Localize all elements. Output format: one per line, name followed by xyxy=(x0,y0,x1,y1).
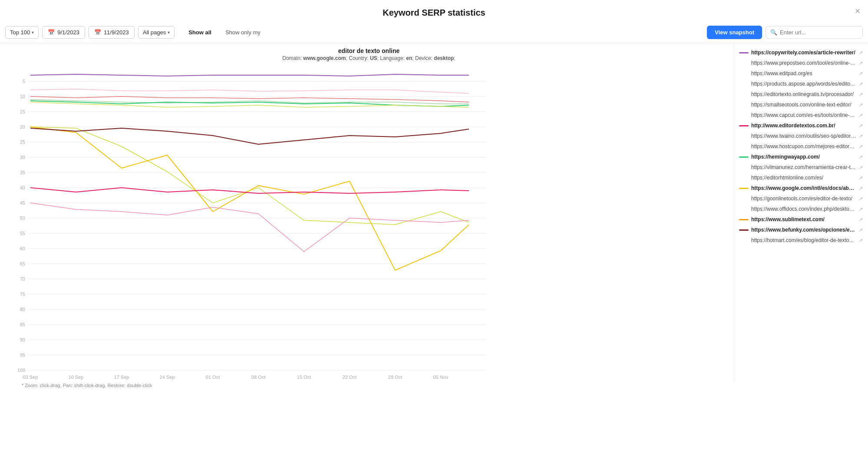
legend-color-line xyxy=(739,52,749,53)
legend-url-text: http://www.editordetextos.com.br/ xyxy=(751,123,856,129)
top100-dropdown[interactable]: Top 100 ▾ xyxy=(5,26,39,39)
legend-url-text: https://products.aspose.app/words/es/edi… xyxy=(751,81,856,87)
legend-item[interactable]: https://www.editpad.org/es↗ xyxy=(737,68,865,79)
legend-url-text: https://www.offidocs.com/index.php/deskt… xyxy=(751,206,856,212)
legend-url-text: https://hemingwayapp.com/ xyxy=(751,154,856,160)
legend-color-line xyxy=(739,167,749,168)
legend-color-line xyxy=(739,177,749,179)
svg-text:22 Oct: 22 Oct xyxy=(343,375,356,380)
close-button[interactable]: × xyxy=(855,6,860,16)
legend-item[interactable]: https://hotmart.com/es/blog/editor-de-te… xyxy=(737,235,865,245)
external-link-icon[interactable]: ↗ xyxy=(859,165,863,170)
legend-url-text: https://www.sublimetext.com/ xyxy=(751,216,856,222)
external-link-icon[interactable]: ↗ xyxy=(859,175,863,181)
svg-text:70: 70 xyxy=(20,276,25,282)
legend-color-line xyxy=(739,146,749,147)
legend-url-text: https://www.google.com/intl/es/docs/abou… xyxy=(751,185,856,191)
svg-text:15 Oct: 15 Oct xyxy=(297,375,311,380)
legend-item[interactable]: https://www.prepostseo.com/tool/es/onlin… xyxy=(737,58,865,68)
date-start-picker[interactable]: 📅 9/1/2023 xyxy=(42,26,85,39)
view-snapshot-button[interactable]: View snapshot xyxy=(707,26,762,39)
external-link-icon[interactable]: ↗ xyxy=(859,123,863,129)
external-link-icon[interactable]: ↗ xyxy=(859,113,863,118)
legend-item[interactable]: https://www.sublimetext.com/↗ xyxy=(737,214,865,225)
show-only-my-button[interactable]: Show only my xyxy=(218,27,267,38)
svg-text:08 Oct: 08 Oct xyxy=(251,375,265,380)
legend-color-line xyxy=(739,209,749,210)
svg-text:40: 40 xyxy=(20,185,25,190)
external-link-icon[interactable]: ↗ xyxy=(859,71,863,76)
show-all-button[interactable]: Show all xyxy=(182,27,218,38)
legend-url-text: https://hotmart.com/es/blog/editor-de-te… xyxy=(751,237,856,243)
chart-keyword: editor de texto online xyxy=(4,47,733,54)
svg-text:60: 60 xyxy=(20,246,25,251)
legend-item[interactable]: https://www.capcut.com/es-es/tools/onlin… xyxy=(737,110,865,120)
legend-url-text: https://www.twaino.com/outils/seo-sp/edi… xyxy=(751,133,856,139)
legend-color-line xyxy=(739,229,749,231)
chart-container: editor de texto online Domain: www.googl… xyxy=(0,43,733,388)
svg-text:24 Sep: 24 Sep xyxy=(160,375,175,380)
chevron-down-icon: ▾ xyxy=(32,30,34,35)
legend-item[interactable]: https://smallseotools.com/online-text-ed… xyxy=(737,99,865,110)
legend-color-line xyxy=(739,115,749,116)
legend-color-line xyxy=(739,125,749,126)
legend-item[interactable]: https://www.hostcupon.com/mejores-editor… xyxy=(737,141,865,152)
legend-color-line xyxy=(739,156,749,158)
legend-item[interactable]: https://products.aspose.app/words/es/edi… xyxy=(737,79,865,89)
legend-item[interactable]: https://vilmanunez.com/herramienta-crear… xyxy=(737,162,865,172)
external-link-icon[interactable]: ↗ xyxy=(859,60,863,66)
external-link-icon[interactable]: ↗ xyxy=(859,196,863,202)
external-link-icon[interactable]: ↗ xyxy=(859,50,863,56)
external-link-icon[interactable]: ↗ xyxy=(859,154,863,160)
legend-item[interactable]: https://www.befunky.com/es/opciones/edit… xyxy=(737,225,865,235)
legend-color-line xyxy=(739,104,749,106)
url-search-box: 🔍 xyxy=(766,26,863,39)
legend-item[interactable]: http://www.editordetextos.com.br/↗ xyxy=(737,120,865,131)
svg-text:01 Oct: 01 Oct xyxy=(206,375,220,380)
svg-text:75: 75 xyxy=(20,292,25,297)
calendar-icon: 📅 xyxy=(94,29,101,36)
serp-chart[interactable]: 5 10 15 20 25 30 35 40 45 xyxy=(4,64,495,381)
legend-item[interactable]: https://hemingwayapp.com/↗ xyxy=(737,152,865,162)
svg-text:10: 10 xyxy=(20,94,25,99)
all-pages-dropdown[interactable]: All pages ▾ xyxy=(138,26,175,39)
external-link-icon[interactable]: ↗ xyxy=(859,92,863,97)
legend-color-line xyxy=(739,73,749,74)
legend-url-text: https://editorhtmlonline.com/es/ xyxy=(751,175,856,181)
legend-item[interactable]: https://editortexto.onlinegratis.tv/proc… xyxy=(737,89,865,99)
external-link-icon[interactable]: ↗ xyxy=(859,227,863,233)
svg-text:10 Sep: 10 Sep xyxy=(69,375,84,380)
legend-item[interactable]: https://goonlinetools.com/es/editor-de-t… xyxy=(737,193,865,204)
legend-panel: https://copywritely.com/es/article-rewri… xyxy=(733,43,868,382)
external-link-icon[interactable]: ↗ xyxy=(859,206,863,212)
external-link-icon[interactable]: ↗ xyxy=(859,144,863,149)
legend-item[interactable]: https://www.google.com/intl/es/docs/abou… xyxy=(737,183,865,193)
svg-text:05 Nov: 05 Nov xyxy=(433,375,449,380)
legend-color-line xyxy=(739,63,749,64)
svg-text:20: 20 xyxy=(20,124,25,129)
svg-text:90: 90 xyxy=(20,337,25,342)
legend-color-line xyxy=(739,219,749,220)
external-link-icon[interactable]: ↗ xyxy=(859,133,863,139)
external-link-icon[interactable]: ↗ xyxy=(859,217,863,222)
external-link-icon[interactable]: ↗ xyxy=(859,186,863,191)
legend-item[interactable]: https://www.twaino.com/outils/seo-sp/edi… xyxy=(737,131,865,141)
legend-url-text: https://www.hostcupon.com/mejores-editor… xyxy=(751,143,856,149)
legend-item[interactable]: https://www.offidocs.com/index.php/deskt… xyxy=(737,204,865,214)
svg-text:85: 85 xyxy=(20,322,25,327)
external-link-icon[interactable]: ↗ xyxy=(859,102,863,108)
svg-text:5: 5 xyxy=(23,79,25,84)
chart-hint: * Zoom: click-drag, Pan: shift-click-dra… xyxy=(4,381,733,388)
url-search-input[interactable] xyxy=(780,29,858,36)
legend-url-text: https://vilmanunez.com/herramienta-crear… xyxy=(751,164,856,170)
legend-item[interactable]: https://copywritely.com/es/article-rewri… xyxy=(737,47,865,58)
chart-svg-wrap[interactable]: 5 10 15 20 25 30 35 40 45 xyxy=(4,64,733,381)
svg-text:55: 55 xyxy=(20,231,25,236)
date-end-picker[interactable]: 📅 11/9/2023 xyxy=(89,26,135,39)
legend-item[interactable]: https://editorhtmlonline.com/es/↗ xyxy=(737,172,865,183)
svg-text:30: 30 xyxy=(20,155,25,160)
svg-text:35: 35 xyxy=(20,170,25,175)
external-link-icon[interactable]: ↗ xyxy=(859,238,863,243)
legend-color-line xyxy=(739,94,749,95)
external-link-icon[interactable]: ↗ xyxy=(859,81,863,87)
